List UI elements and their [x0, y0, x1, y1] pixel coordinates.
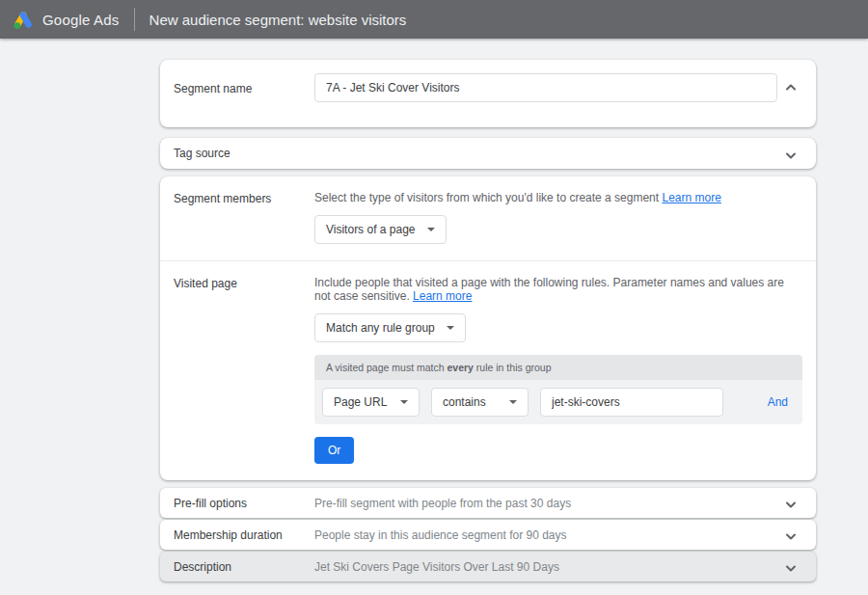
visitor-type-dropdown-value: Visitors of a page	[326, 223, 416, 236]
segment-name-input[interactable]	[314, 73, 777, 102]
segment-name-card: Segment name	[160, 60, 816, 127]
and-button[interactable]: And	[768, 395, 788, 409]
segment-members-description: Select the type of visitors from which y…	[314, 191, 802, 204]
expand-tag-source-button[interactable]	[779, 144, 802, 167]
segment-definition-card: Segment members Select the type of visit…	[160, 176, 816, 480]
expand-description-button[interactable]	[779, 556, 802, 580]
page-title: New audience segment: website visitors	[149, 12, 407, 28]
rule-header-prefix: A visited page must match	[326, 362, 447, 373]
rule-row: Page URL contains And	[314, 380, 802, 424]
rule-operator-value: contains	[443, 395, 486, 409]
description-summary: Jet Ski Covers Page Visitors Over Last 9…	[314, 560, 779, 574]
chevron-down-icon	[785, 499, 797, 510]
visitor-type-dropdown[interactable]: Visitors of a page	[314, 215, 447, 244]
rule-operator-dropdown[interactable]: contains	[431, 388, 529, 417]
page: Google Ads New audience segment: website…	[0, 0, 868, 595]
rule-field-value: Page URL	[334, 395, 387, 409]
caret-down-icon	[447, 326, 454, 330]
membership-duration-label: Membership duration	[174, 528, 314, 542]
description-label: Description	[174, 560, 314, 574]
segment-name-label: Segment name	[174, 73, 314, 102]
chevron-up-icon	[785, 82, 797, 94]
prefill-options-summary: Pre-fill segment with people from the pa…	[314, 497, 779, 510]
brand-name: Google Ads	[42, 12, 120, 28]
rule-header-bold: every	[447, 362, 473, 373]
caret-down-icon	[400, 400, 408, 404]
google-ads-logo-icon	[12, 9, 35, 30]
caret-down-icon	[427, 228, 435, 231]
match-rule-group-dropdown-value: Match any rule group	[326, 321, 435, 335]
app-header: Google Ads New audience segment: website…	[0, 0, 868, 39]
segment-members-learn-more-link[interactable]: Learn more	[662, 191, 720, 204]
rule-header-suffix: rule in this group	[474, 362, 552, 373]
chevron-down-icon	[785, 530, 797, 542]
prefill-options-row[interactable]: Pre-fill options Pre-fill segment with p…	[160, 488, 816, 518]
visited-page-label: Visited page	[174, 276, 314, 464]
visited-page-description: Include people that visited a page with …	[314, 276, 802, 303]
tag-source-label: Tag source	[174, 147, 779, 160]
segment-members-description-text: Select the type of visitors from which y…	[314, 191, 659, 204]
visited-page-learn-more-link[interactable]: Learn more	[413, 289, 472, 303]
segment-members-section: Segment members Select the type of visit…	[160, 176, 816, 260]
membership-duration-row[interactable]: Membership duration People stay in this …	[160, 520, 816, 550]
visited-page-description-text: Include people that visited a page with …	[314, 276, 784, 303]
segment-members-label: Segment members	[174, 191, 314, 244]
membership-duration-summary: People stay in this audience segment for…	[314, 528, 779, 542]
rule-value-input[interactable]	[540, 388, 723, 417]
rule-group: A visited page must match every rule in …	[314, 355, 802, 424]
prefill-options-label: Pre-fill options	[174, 497, 314, 510]
match-rule-group-dropdown[interactable]: Match any rule group	[314, 313, 466, 342]
expand-prefill-options-button[interactable]	[779, 493, 802, 516]
expand-membership-duration-button[interactable]	[779, 525, 802, 548]
chevron-down-icon	[785, 149, 797, 161]
caret-down-icon	[509, 400, 517, 404]
tag-source-row[interactable]: Tag source	[160, 138, 816, 169]
chevron-down-icon	[785, 562, 797, 574]
rule-group-header: A visited page must match every rule in …	[314, 355, 802, 380]
or-button[interactable]: Or	[314, 437, 354, 464]
rule-field-dropdown[interactable]: Page URL	[322, 388, 420, 417]
header-divider	[134, 8, 135, 31]
collapse-segment-name-button[interactable]	[779, 76, 802, 99]
description-row[interactable]: Description Jet Ski Covers Page Visitors…	[160, 552, 816, 581]
content: Segment name Tag source Segment members …	[0, 39, 868, 595]
visited-page-section: Visited page Include people that visited…	[160, 261, 816, 480]
